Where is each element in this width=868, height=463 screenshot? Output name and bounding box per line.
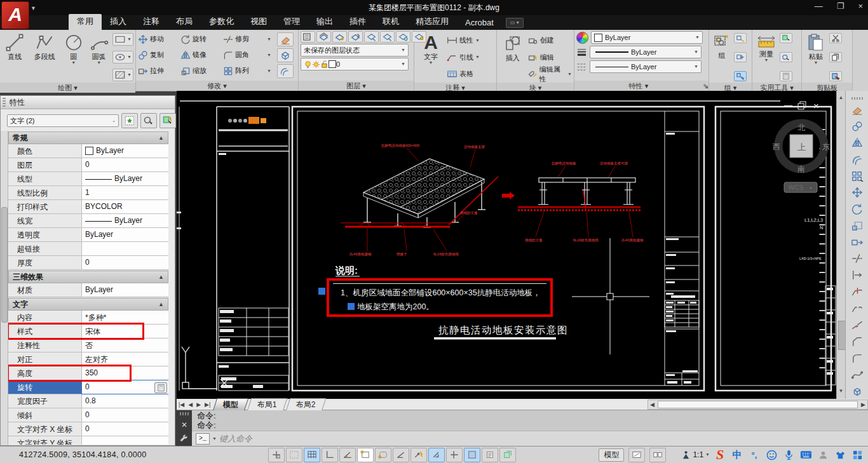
scroll-up-icon[interactable]: ▲ <box>838 95 844 100</box>
arc-button[interactable]: 圆弧 ▼ <box>86 31 111 65</box>
dimension-button[interactable]: 线性▼ <box>447 33 480 48</box>
group-selection-toggle-icon[interactable] <box>734 71 747 81</box>
section-general[interactable]: 常规▲ <box>8 131 168 144</box>
canvas-hscrollbar[interactable]: ◀ ▶ <box>648 399 868 410</box>
ime-profile-icon[interactable] <box>816 448 830 462</box>
offset-button[interactable] <box>277 64 294 78</box>
ime-keyboard-icon[interactable] <box>799 448 813 462</box>
object-type-dropdown[interactable]: 文字 (2)⌄ <box>7 114 119 127</box>
prop-color[interactable]: 颜色ByLayer <box>8 144 168 158</box>
prop-hyperlink[interactable]: 超链接 <box>8 242 168 256</box>
tab-acrobat[interactable]: Acrobat <box>457 16 502 30</box>
transparency-icon[interactable] <box>464 448 480 462</box>
layer-match-icon[interactable] <box>332 31 347 43</box>
command-placeholder[interactable]: 键入命令 <box>219 433 252 445</box>
hatch-button[interactable]: ▼ <box>112 69 133 81</box>
toolbar-stretch-button[interactable] <box>848 234 866 250</box>
panel-caption-layers[interactable]: 图层 ▾ <box>299 81 414 91</box>
prop-linetype[interactable]: 线型ByLayer <box>8 172 168 186</box>
model-space-button[interactable]: 模型 <box>599 448 624 462</box>
toolbar-scale-button[interactable] <box>848 218 866 234</box>
layer-isolate-icon[interactable] <box>364 31 379 43</box>
first-layout-icon[interactable]: |◀ <box>177 401 186 408</box>
block-edit-attr-button[interactable]: 编辑属性▼ <box>528 67 572 81</box>
array-caret-icon[interactable]: ▼ <box>267 69 271 73</box>
scale-button[interactable]: 缩放 <box>180 66 221 76</box>
autocad-app-menu-button[interactable]: A <box>1 1 29 29</box>
text-button[interactable]: A 文字 ▼ <box>416 31 445 65</box>
prop-contents[interactable]: 内容*多种* <box>8 311 168 325</box>
ime-toolbox-icon[interactable] <box>850 448 864 462</box>
group-edit-icon[interactable] <box>734 52 747 62</box>
drawing-canvas[interactable]: — × <box>177 91 836 399</box>
rotate-button[interactable]: 旋转 <box>180 34 221 44</box>
tab-annotate[interactable]: 注释 <box>135 14 168 30</box>
ellipse-button[interactable]: ▼ <box>112 51 133 64</box>
quickcalc-button[interactable] <box>154 382 167 393</box>
viewcube[interactable]: 北 西 东 南 上 WCS ▾ <box>773 123 830 192</box>
tab-online[interactable]: 联机 <box>374 14 407 30</box>
layer-properties-icon[interactable] <box>301 31 315 43</box>
move-button[interactable]: 移动 <box>138 34 179 44</box>
rectangle-button[interactable]: ▼ <box>112 33 133 46</box>
calculator-icon[interactable] <box>780 71 792 81</box>
layer-prev-icon[interactable] <box>348 31 363 43</box>
hatch-caret-icon[interactable]: ▼ <box>127 73 132 77</box>
select-objects-button[interactable] <box>140 113 157 128</box>
panel-caption-modify[interactable]: 修改 ▾ <box>136 81 298 91</box>
tab-layout2[interactable]: 布局2 <box>286 398 326 411</box>
prop-annotative[interactable]: 注释性否 <box>8 339 168 352</box>
tab-output[interactable]: 输出 <box>308 14 341 30</box>
copy-button[interactable]: 复制 <box>138 50 179 60</box>
command-input-row[interactable]: >_ ▼ 键入命令 <box>192 431 868 446</box>
viewcube-east[interactable]: 东 <box>822 142 830 151</box>
toolbar-rotate-button[interactable] <box>848 201 866 217</box>
layer-state-dropdown[interactable]: 未保存的图层状态▼ <box>301 44 409 57</box>
erase-button[interactable] <box>277 32 294 46</box>
selection-cycling-icon[interactable] <box>499 448 516 462</box>
linetype-dropdown[interactable]: ByLayer▼ <box>590 60 702 73</box>
leader-button[interactable]: 引线▼ <box>447 50 480 65</box>
panel-caption-draw[interactable]: 绘图 ▾ <box>0 83 135 93</box>
dynamic-input-icon[interactable] <box>428 448 445 462</box>
palette-titlebar[interactable]: 特性 <box>1 96 175 109</box>
restore-button[interactable]: ❐ <box>837 1 844 11</box>
cut-icon[interactable] <box>829 33 842 43</box>
sogou-logo-icon[interactable]: S <box>713 448 727 462</box>
toolbar-grip[interactable] <box>851 97 863 100</box>
canvas-vscrollbar[interactable]: ▲ ▼ <box>836 91 845 399</box>
paste-caret-icon[interactable]: ▼ <box>814 61 818 65</box>
quick-view-drawings-icon[interactable] <box>649 448 666 462</box>
palette-grip-icon[interactable] <box>3 98 6 107</box>
rectangle-caret-icon[interactable]: ▼ <box>127 37 132 41</box>
tab-layout1[interactable]: 布局1 <box>247 398 287 411</box>
infer-constraints-icon[interactable] <box>268 448 285 462</box>
toolbar-break-point-button[interactable] <box>848 284 866 300</box>
viewcube-west[interactable]: 西 <box>773 142 780 151</box>
tab-model[interactable]: 模型 <box>213 398 248 411</box>
prop-obliquing[interactable]: 倾斜0 <box>8 408 168 422</box>
toolbar-extend-button[interactable] <box>848 267 866 283</box>
minimize-button[interactable]: — <box>815 1 823 11</box>
prev-layout-icon[interactable]: ◀ <box>186 401 194 408</box>
circle-caret-icon[interactable]: ▼ <box>71 61 76 65</box>
toolbar-mirror-button[interactable] <box>848 135 866 151</box>
command-recent-caret-icon[interactable]: ▼ <box>212 437 217 441</box>
stretch-button[interactable]: 拉伸 <box>138 66 179 76</box>
group-button[interactable]: 组 <box>711 31 733 59</box>
copy-clip-icon[interactable] <box>829 52 842 62</box>
layer-dropdown[interactable]: 0▼ <box>301 58 409 70</box>
color-wheel-icon[interactable] <box>576 32 588 44</box>
palette-scrollbar[interactable] <box>1 131 8 445</box>
tab-view[interactable]: 视图 <box>242 14 275 30</box>
toolbar-copy-button[interactable] <box>848 119 866 135</box>
grid-display-icon[interactable] <box>304 448 320 462</box>
lineweight-icon[interactable] <box>576 48 587 57</box>
quick-view-layouts-icon[interactable] <box>628 448 645 462</box>
section-text[interactable]: 文字▲ <box>8 298 168 311</box>
circle-button[interactable]: 圆 ▼ <box>62 31 85 65</box>
tab-plugins[interactable]: 插件 <box>341 14 374 30</box>
toolbar-trim-button[interactable] <box>848 251 866 267</box>
ellipse-caret-icon[interactable]: ▼ <box>127 55 132 59</box>
dynamic-ucs-icon[interactable] <box>410 448 427 462</box>
